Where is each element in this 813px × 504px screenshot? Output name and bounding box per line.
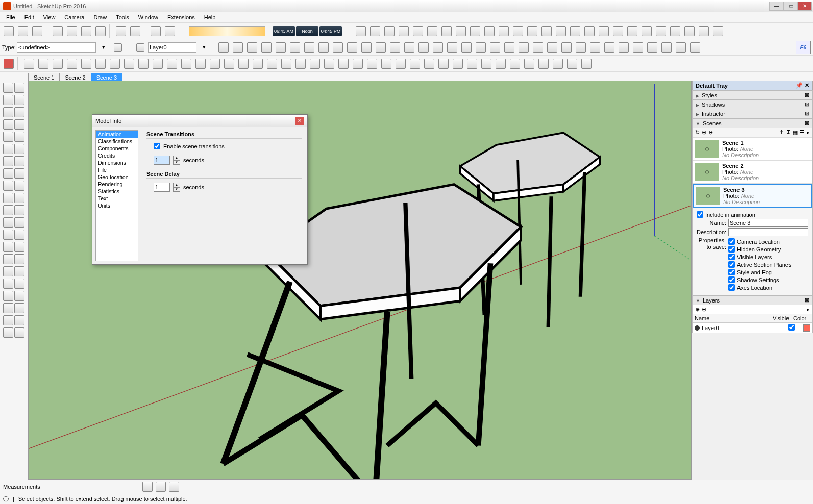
ltool-16-0[interactable] [3, 279, 13, 290]
tool-c20[interactable] [308, 57, 322, 70]
menu-edit[interactable]: Edit [20, 13, 38, 21]
close-button[interactable]: ✕ [798, 2, 812, 11]
tool-a5[interactable] [426, 24, 439, 38]
ltool-2-0[interactable] [3, 107, 13, 118]
prop-active-section-planes[interactable]: Active Section Planes [728, 261, 808, 268]
tool-c27[interactable] [408, 57, 422, 70]
time-afternoon[interactable]: 04:45 PM [319, 26, 342, 36]
ltool-9-1[interactable] [14, 193, 24, 204]
ltool-12-1[interactable] [14, 230, 24, 241]
tool-b24[interactable] [560, 41, 573, 54]
copy-button[interactable] [65, 24, 79, 38]
prop-axes-location[interactable]: Axes Location [728, 284, 808, 291]
tool-a3[interactable] [397, 24, 410, 38]
tool-c37[interactable] [551, 57, 564, 70]
ltool-14-0[interactable] [3, 254, 13, 265]
ltool-1-0[interactable] [3, 95, 13, 106]
view-thumbs-icon[interactable]: ▦ [793, 129, 798, 136]
mi-cat-units[interactable]: Units [96, 202, 138, 209]
layer-active-radio[interactable] [695, 325, 700, 331]
tool-c38[interactable] [565, 57, 579, 70]
menu-window[interactable]: Window [134, 13, 162, 21]
tool-c36[interactable] [537, 57, 550, 70]
type-combo[interactable] [17, 42, 96, 53]
tool-c30[interactable] [451, 57, 464, 70]
tool-a4[interactable] [411, 24, 425, 38]
new-button[interactable] [2, 24, 15, 38]
ltool-6-0[interactable] [3, 156, 13, 167]
ltool-12-0[interactable] [3, 230, 13, 241]
tool-c18[interactable] [280, 57, 293, 70]
ltool-19-1[interactable] [14, 315, 24, 326]
ltool-8-0[interactable] [3, 181, 13, 192]
pin-icon[interactable]: 📌 [796, 82, 803, 89]
prop-hidden-geometry[interactable]: Hidden Geometry [728, 246, 808, 253]
tool-a21[interactable] [654, 24, 668, 38]
menu-tools[interactable]: Tools [112, 13, 133, 21]
include-animation-checkbox[interactable] [697, 211, 703, 218]
layer-row[interactable]: Layer0 [693, 323, 812, 333]
tool-c26[interactable] [394, 57, 407, 70]
scene-menu-icon[interactable]: ▸ [807, 129, 810, 136]
cut-button[interactable] [51, 24, 64, 38]
scene-name-input[interactable] [728, 219, 808, 227]
enable-transitions-checkbox[interactable] [154, 143, 160, 149]
scene-down-icon[interactable]: ↧ [786, 129, 791, 136]
tool-b26[interactable] [588, 41, 602, 54]
tool-b6[interactable] [303, 41, 316, 54]
tool-b27[interactable] [603, 41, 616, 54]
model-info-close-button[interactable]: ✕ [295, 117, 304, 125]
cloud-button[interactable] [163, 24, 177, 38]
scene-item-1[interactable]: ⬡Scene 2Photo: NoneNo Description [693, 161, 812, 184]
mi-cat-animation[interactable]: Animation [96, 131, 138, 138]
tool-b28[interactable] [617, 41, 630, 54]
layer-combo[interactable] [148, 42, 196, 53]
scene-desc-input[interactable] [728, 228, 808, 236]
scene-item-2[interactable]: ⬡Scene 3Photo: NoneNo Description [693, 184, 812, 208]
tool-c24[interactable] [365, 57, 379, 70]
ltool-13-1[interactable] [14, 242, 24, 253]
tool-a25[interactable] [711, 24, 725, 38]
ltool-4-0[interactable] [3, 132, 13, 143]
ltool-11-1[interactable] [14, 217, 24, 229]
tool-c28[interactable] [423, 57, 436, 70]
panel-instructor[interactable]: ▶Instructor⊠ [693, 109, 812, 118]
f6-button[interactable]: F6 [796, 41, 811, 54]
tool-b29[interactable] [631, 41, 645, 54]
prop-style-and-fog[interactable]: Style and Fog [728, 269, 808, 275]
tool-b32[interactable] [674, 41, 687, 54]
ltool-5-1[interactable] [14, 144, 24, 155]
delete-button[interactable] [94, 24, 107, 38]
view-list-icon[interactable]: ☰ [800, 129, 805, 136]
menu-file[interactable]: File [2, 13, 19, 21]
tool-c5[interactable] [94, 57, 107, 70]
tool-b5[interactable] [288, 41, 302, 54]
tool-b8[interactable] [331, 41, 344, 54]
tool-b30[interactable] [646, 41, 659, 54]
type-tag-button[interactable] [111, 41, 125, 54]
tool-c33[interactable] [494, 57, 507, 70]
menu-draw[interactable]: Draw [89, 13, 111, 21]
layers-col-visible[interactable]: Visible [773, 315, 793, 321]
tool-a14[interactable] [554, 24, 568, 38]
spin-up[interactable]: ▲ [173, 156, 180, 160]
ltool-17-0[interactable] [3, 291, 13, 302]
tool-c7[interactable] [122, 57, 136, 70]
tool-c31[interactable] [465, 57, 479, 70]
ltool-8-1[interactable] [14, 181, 24, 192]
tool-b3[interactable] [260, 41, 273, 54]
layer-color-swatch[interactable] [803, 324, 810, 332]
time-noon[interactable]: Noon [296, 26, 318, 36]
panel-styles[interactable]: ▶Styles⊠ [693, 90, 812, 99]
save-button[interactable] [31, 24, 44, 38]
mi-cat-text[interactable]: Text [96, 195, 138, 202]
mi-cat-classifications[interactable]: Classifications [96, 138, 138, 145]
tool-b15[interactable] [431, 41, 445, 54]
mi-cat-file[interactable]: File [96, 166, 138, 173]
tool-c34[interactable] [508, 57, 522, 70]
layer-menu-icon[interactable]: ▸ [807, 306, 810, 313]
model-info-titlebar[interactable]: Model Info ✕ [92, 115, 307, 127]
vcb-icon-3[interactable] [169, 482, 179, 492]
vcb-icon-1[interactable] [142, 482, 153, 492]
tool-b20[interactable] [503, 41, 516, 54]
